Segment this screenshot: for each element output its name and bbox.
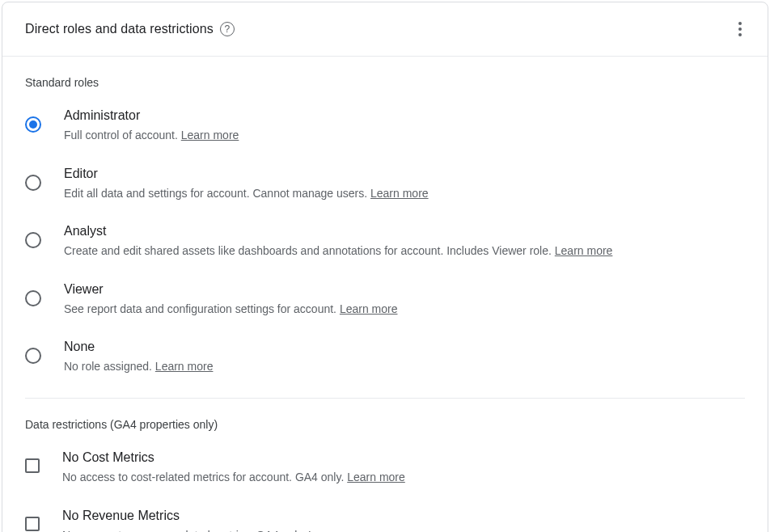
roles-card: Direct roles and data restrictions ? Sta… bbox=[2, 2, 768, 532]
restriction-name: No Revenue Metrics bbox=[62, 509, 745, 523]
role-desc-text: Create and edit shared assets like dashb… bbox=[64, 244, 555, 257]
more-vert-icon[interactable] bbox=[732, 15, 748, 43]
learn-more-link[interactable]: Learn more bbox=[555, 244, 613, 257]
card-header: Direct roles and data restrictions ? bbox=[2, 2, 768, 57]
role-desc: No role assigned. Learn more bbox=[64, 359, 745, 375]
role-desc: Full control of account. Learn more bbox=[64, 128, 745, 144]
restriction-item-no-cost: No Cost Metrics No access to cost-relate… bbox=[25, 450, 745, 486]
role-desc: Create and edit shared assets like dashb… bbox=[64, 243, 745, 260]
restriction-text: No Cost Metrics No access to cost-relate… bbox=[62, 450, 745, 486]
role-name: None bbox=[64, 340, 745, 354]
card-body: Standard roles Administrator Full contro… bbox=[2, 57, 768, 532]
role-text: Analyst Create and edit shared assets li… bbox=[64, 224, 745, 260]
radio-none[interactable] bbox=[25, 348, 41, 364]
role-text: Editor Edit all data and settings for ac… bbox=[64, 167, 745, 202]
role-desc-text: See report data and configuration settin… bbox=[64, 302, 340, 315]
section-divider bbox=[25, 398, 745, 399]
help-icon[interactable]: ? bbox=[220, 22, 235, 36]
radio-editor[interactable] bbox=[25, 175, 41, 191]
radio-viewer[interactable] bbox=[25, 290, 41, 306]
restriction-desc: No access to revenue-related metrics. GA… bbox=[62, 528, 745, 532]
role-item-administrator: Administrator Full control of account. L… bbox=[25, 108, 745, 144]
learn-more-link[interactable]: Learn more bbox=[308, 529, 366, 532]
restriction-name: No Cost Metrics bbox=[62, 450, 745, 465]
role-name: Analyst bbox=[64, 224, 745, 239]
role-item-editor: Editor Edit all data and settings for ac… bbox=[25, 167, 745, 202]
card-header-left: Direct roles and data restrictions ? bbox=[25, 22, 235, 36]
role-text: None No role assigned. Learn more bbox=[64, 340, 745, 375]
learn-more-link[interactable]: Learn more bbox=[155, 360, 214, 373]
data-restrictions-heading: Data restrictions (GA4 properties only) bbox=[25, 418, 745, 431]
role-text: Administrator Full control of account. L… bbox=[64, 108, 745, 144]
role-item-none: None No role assigned. Learn more bbox=[25, 340, 745, 375]
role-desc-text: Full control of account. bbox=[64, 129, 181, 141]
role-desc-text: Edit all data and settings for account. … bbox=[64, 187, 370, 200]
role-name: Administrator bbox=[64, 108, 745, 123]
learn-more-link[interactable]: Learn more bbox=[340, 302, 398, 315]
role-text: Viewer See report data and configuration… bbox=[64, 282, 745, 318]
role-name: Editor bbox=[64, 167, 745, 181]
role-desc: Edit all data and settings for account. … bbox=[64, 186, 745, 202]
restriction-text: No Revenue Metrics No access to revenue-… bbox=[62, 509, 745, 532]
standard-roles-heading: Standard roles bbox=[25, 76, 745, 89]
radio-analyst[interactable] bbox=[25, 232, 41, 248]
role-desc-text: No role assigned. bbox=[64, 360, 155, 373]
restriction-item-no-revenue: No Revenue Metrics No access to revenue-… bbox=[25, 509, 745, 532]
checkbox-no-cost[interactable] bbox=[25, 458, 40, 473]
learn-more-link[interactable]: Learn more bbox=[370, 187, 429, 200]
role-item-analyst: Analyst Create and edit shared assets li… bbox=[25, 224, 745, 260]
role-desc: See report data and configuration settin… bbox=[64, 302, 745, 318]
restriction-desc-text: No access to revenue-related metrics. GA… bbox=[62, 529, 308, 532]
checkbox-no-revenue[interactable] bbox=[25, 517, 40, 531]
role-item-viewer: Viewer See report data and configuration… bbox=[25, 282, 745, 318]
restriction-desc-text: No access to cost-related metrics for ac… bbox=[62, 471, 347, 483]
radio-administrator[interactable] bbox=[25, 116, 41, 133]
learn-more-link[interactable]: Learn more bbox=[347, 471, 405, 483]
card-title: Direct roles and data restrictions bbox=[25, 22, 214, 36]
restriction-desc: No access to cost-related metrics for ac… bbox=[62, 470, 745, 486]
learn-more-link[interactable]: Learn more bbox=[181, 129, 239, 141]
role-name: Viewer bbox=[64, 282, 745, 297]
